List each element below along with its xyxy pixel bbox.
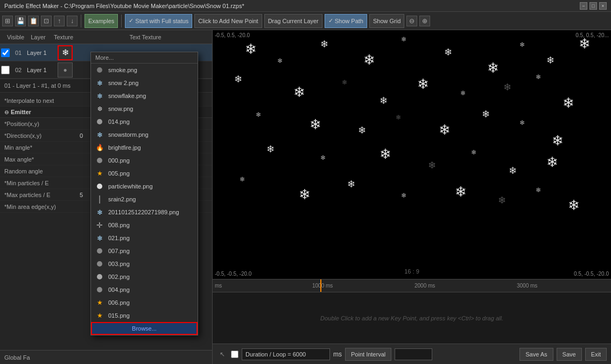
examples-button[interactable]: Examples xyxy=(85,14,118,28)
duration-input[interactable] xyxy=(242,348,330,360)
layer-visible-checkbox-2[interactable] xyxy=(1,66,10,74)
maximize-button[interactable]: □ xyxy=(589,2,597,10)
start-full-status-button[interactable]: ✓ Start with Full status xyxy=(125,14,192,28)
snowflake-2: ❄ xyxy=(320,38,328,50)
layer-texture-thumb-2[interactable]: ● xyxy=(58,62,73,78)
drag-current-layer-button[interactable]: Drag Current Layer xyxy=(264,14,322,28)
002-icon xyxy=(95,272,104,281)
dropdown-item-007[interactable]: 007.png xyxy=(91,244,198,257)
snowflake-33: ❄ xyxy=(546,154,558,171)
snowflake-23: ❄ xyxy=(439,122,451,138)
save-as-button[interactable]: Save As xyxy=(519,348,553,361)
snowflake-19: ❄ xyxy=(256,111,261,118)
particlewhite-icon xyxy=(95,182,104,191)
003-icon xyxy=(95,260,104,268)
point-interval-button[interactable]: Point Interval xyxy=(345,348,391,361)
snowflake-9: ❄ xyxy=(579,36,591,52)
footer-checkbox[interactable] xyxy=(231,351,238,358)
008-icon: ✛ xyxy=(95,221,104,229)
zoom-in-icon[interactable]: ⊕ xyxy=(419,16,430,26)
snowflake-28: ❄ xyxy=(320,154,326,162)
canvas-corner-bl: -0.5, -0.5, -20.0 xyxy=(215,271,251,277)
save-button[interactable]: Save xyxy=(557,348,582,361)
dropdown-item-003[interactable]: 003.png xyxy=(91,257,198,270)
dropdown-item-000[interactable]: 000.png xyxy=(91,154,198,167)
snowflake-14: ❄ xyxy=(417,76,429,93)
dropdown-item-201101[interactable]: ❄ 201101251220271989.png xyxy=(91,206,198,219)
snowflake-30: ❄ xyxy=(428,159,436,171)
dropdown-more[interactable]: More... xyxy=(91,52,198,64)
canvas-corner-br: 0.5, -0.5, -20.0 xyxy=(574,271,609,277)
show-path-button[interactable]: ✓ Show Path xyxy=(325,14,367,28)
toolbar-separator-2 xyxy=(121,15,122,27)
timeline-playhead xyxy=(320,279,321,292)
timeline-hint: Double Click to add a new Key Point, and… xyxy=(320,315,503,321)
snow2-icon: ❄ xyxy=(95,79,104,87)
snowflake-17: ❄ xyxy=(536,73,541,81)
dropdown-item-014[interactable]: 014.png xyxy=(91,115,198,128)
snowflake-37: ❄ xyxy=(401,192,406,199)
max-angle-label: Max angle* xyxy=(4,156,80,163)
014-icon xyxy=(95,117,104,126)
snowflake-4: ❄ xyxy=(401,36,406,43)
canvas-corner-tl: -0.5, 0.5, -20.0 xyxy=(215,32,250,38)
toolbar: ⊞ 💾 📋 ⊡ ↑ ↓ Examples ✓ Start with Full s… xyxy=(0,12,611,30)
dropdown-item-snow[interactable]: ❆ snow.png xyxy=(91,102,198,115)
dropdown-item-004[interactable]: 004.png xyxy=(91,283,198,296)
snowflake-8: ❄ xyxy=(546,54,554,66)
point-interval-input[interactable] xyxy=(395,348,432,360)
snowflake-36: ❄ xyxy=(347,178,355,190)
toolbar-icon-3[interactable]: 📋 xyxy=(28,16,39,26)
timeline-area: ms 1000 ms 2000 ms 3000 ms Double Click … xyxy=(213,279,611,344)
dropdown-item-008[interactable]: ✛ 008.png xyxy=(91,219,198,232)
toolbar-icon-2[interactable]: 💾 xyxy=(15,16,26,26)
fire-icon: 🔥 xyxy=(95,143,104,152)
layer-name: Layer 1 xyxy=(27,50,57,56)
toolbar-icon-down[interactable]: ↓ xyxy=(67,16,78,26)
canvas-ratio: 16 : 9 xyxy=(404,268,419,275)
dropdown-item-snow2[interactable]: ❄ snow 2.png xyxy=(91,76,198,89)
click-add-point-button[interactable]: Click to Add New Point xyxy=(194,14,262,28)
dropdown-item-snowflake[interactable]: ❄ snowflake.png xyxy=(91,89,198,102)
dropdown-item-smoke[interactable]: smoke.png xyxy=(91,64,198,76)
min-angle-label: Min angle* xyxy=(4,144,80,151)
interpolate-label: *Interpolate to next xyxy=(4,97,80,104)
layer-visible-checkbox[interactable] xyxy=(1,48,10,57)
snowflake-38: ❄ xyxy=(455,184,467,200)
snowflake-10: ❄ xyxy=(234,73,242,85)
snowflake-0: ❄ xyxy=(245,41,257,58)
toolbar-icon-up[interactable]: ↑ xyxy=(54,16,65,26)
show-grid-button[interactable]: Show Grid xyxy=(369,14,404,28)
dropdown-item-snowstorm[interactable]: ❄ snowstorm.png xyxy=(91,128,198,141)
toolbar-icon-4[interactable]: ⊡ xyxy=(41,16,52,26)
direction-label: *Direction(x,y) xyxy=(4,132,80,139)
dropdown-item-006[interactable]: ★ 006.png xyxy=(91,296,198,309)
toolbar-icon-1[interactable]: ⊞ xyxy=(2,16,13,26)
dropdown-item-particlewhite[interactable]: particlewhite.png xyxy=(91,180,198,193)
minimize-button[interactable]: − xyxy=(580,2,587,10)
visible-header: Visible xyxy=(2,34,29,40)
layer-header: Visible Layer Texture Text Texture xyxy=(0,30,212,44)
zoom-out-icon[interactable]: ⊖ xyxy=(406,16,417,26)
exit-button[interactable]: Exit xyxy=(585,348,607,361)
snowflake-7: ❄ xyxy=(519,41,525,48)
dropdown-item-005[interactable]: ★ 005.png xyxy=(91,167,198,180)
ruler-start: ms xyxy=(215,283,222,289)
layer-number-2: 02 xyxy=(11,67,26,73)
dropdown-item-brightfire[interactable]: 🔥 brightfire.jpg xyxy=(91,141,198,154)
collapse-icon: ⊖ xyxy=(4,109,9,115)
canvas-area[interactable]: -0.5, 0.5, -20.0 0.5, 0.5, -20... -0.5, … xyxy=(213,30,611,279)
close-button[interactable]: × xyxy=(599,2,607,10)
dropdown-item-015[interactable]: ★ 015.png xyxy=(91,309,198,322)
layer-info-text: 01 - Layer 1 - #1, at 0 ms xyxy=(4,82,71,89)
dropdown-item-021[interactable]: ❄ 021.png xyxy=(91,232,198,244)
layer-texture-thumb[interactable]: ❄ xyxy=(58,45,73,60)
checkmark-icon: ✓ xyxy=(129,17,134,24)
browse-button[interactable]: Browse... xyxy=(91,322,198,335)
timeline-content[interactable]: Double Click to add a new Key Point, and… xyxy=(213,292,611,344)
circle-icon: ● xyxy=(63,66,67,74)
left-panel: Visible Layer Texture Text Texture 01 La… xyxy=(0,30,213,364)
dropdown-item-srain2[interactable]: | srain2.png xyxy=(91,193,198,206)
dropdown-item-002[interactable]: 002.png xyxy=(91,270,198,283)
timeline-ruler: ms 1000 ms 2000 ms 3000 ms xyxy=(213,279,611,292)
